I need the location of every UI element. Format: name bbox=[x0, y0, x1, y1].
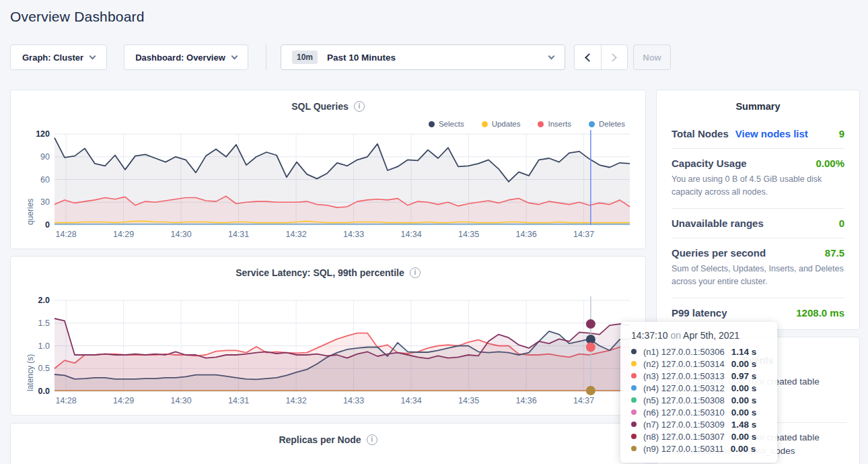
svg-text:14:37: 14:37 bbox=[573, 396, 594, 405]
series-dot-icon bbox=[631, 422, 637, 427]
summary-row-p99: P99 latency 1208.0 ms bbox=[672, 307, 844, 319]
svg-text:14:31: 14:31 bbox=[228, 396, 249, 405]
svg-text:1.0: 1.0 bbox=[38, 341, 50, 351]
p99-latency-value: 1208.0 ms bbox=[796, 307, 844, 319]
qps-value: 87.5 bbox=[825, 247, 844, 259]
tooltip-row-n4: (n4) 127.0.0.1:503120.00 s bbox=[631, 382, 769, 394]
chevron-down-icon bbox=[89, 53, 96, 59]
summary-panel: Summary Total Nodes View nodes list 9 Ca… bbox=[656, 90, 860, 330]
series-dot-icon bbox=[631, 446, 637, 451]
time-step-buttons bbox=[574, 44, 628, 70]
series-dot-icon bbox=[631, 434, 637, 439]
svg-text:14:34: 14:34 bbox=[400, 396, 421, 405]
svg-text:14:31: 14:31 bbox=[228, 230, 249, 239]
toolbar-divider bbox=[266, 44, 266, 70]
chevron-right-icon bbox=[608, 53, 617, 62]
sql-queries-plot[interactable]: 14:2814:2914:3014:3114:3214:3314:3414:35… bbox=[20, 125, 640, 241]
series-dot-icon bbox=[631, 409, 637, 415]
capacity-usage-desc: You are using 0 B of 4.5 GiB usable disk… bbox=[672, 173, 844, 199]
tooltip-row-n9: (n9) 127.0.0.1:503110.00 s bbox=[631, 442, 769, 455]
series-dot-icon bbox=[631, 349, 637, 354]
svg-text:14:30: 14:30 bbox=[170, 230, 191, 239]
summary-row-capacity: Capacity Usage 0.00% bbox=[672, 158, 844, 169]
series-dot-icon bbox=[631, 385, 637, 391]
divider bbox=[672, 148, 844, 149]
svg-text:14:35: 14:35 bbox=[458, 396, 479, 405]
dashboard-dropdown[interactable]: Dashboard: Overview bbox=[124, 44, 248, 70]
sql-queries-title: SQL Queries bbox=[291, 101, 349, 112]
time-range-badge: 10m bbox=[292, 51, 318, 64]
view-nodes-list-link[interactable]: View nodes list bbox=[735, 128, 808, 139]
chevron-left-icon bbox=[585, 53, 593, 62]
graph-dropdown[interactable]: Graph: Cluster bbox=[10, 44, 107, 70]
svg-text:60: 60 bbox=[40, 175, 50, 185]
service-latency-plot[interactable]: 14:2814:2914:3014:3114:3214:3314:3414:35… bbox=[20, 292, 640, 407]
time-range-label: Past 10 Minutes bbox=[327, 53, 396, 63]
svg-text:2.0: 2.0 bbox=[38, 296, 50, 305]
tooltip-row-n6: (n6) 127.0.0.1:503100.00 s bbox=[631, 406, 769, 418]
svg-text:0.0: 0.0 bbox=[38, 387, 50, 396]
svg-text:14:32: 14:32 bbox=[285, 230, 306, 239]
replicas-per-node-title: Replicas per Node bbox=[279, 434, 361, 445]
page-title: Overview Dashboard bbox=[10, 9, 145, 25]
svg-text:14:30: 14:30 bbox=[170, 396, 191, 405]
svg-text:14:33: 14:33 bbox=[343, 230, 364, 239]
series-dot-icon bbox=[631, 361, 637, 366]
replicas-per-node-card: Replicas per Node i bbox=[10, 423, 646, 464]
qps-desc: Sum of Selects, Updates, Inserts, and De… bbox=[672, 263, 844, 289]
tooltip-row-n2: (n2) 127.0.0.1:503140.00 s bbox=[631, 358, 769, 370]
svg-text:0: 0 bbox=[45, 220, 50, 230]
chart-hover-tooltip: 14:37:10 on Apr 5th, 2021 (n1) 127.0.0.1… bbox=[620, 322, 777, 463]
divider bbox=[672, 298, 844, 298]
svg-text:30: 30 bbox=[40, 197, 50, 207]
svg-text:14:32: 14:32 bbox=[285, 396, 306, 405]
svg-text:14:33: 14:33 bbox=[343, 396, 364, 405]
tooltip-row-n8: (n8) 127.0.0.1:503070.00 s bbox=[631, 430, 769, 442]
svg-text:14:29: 14:29 bbox=[113, 230, 134, 239]
summary-row-qps: Queries per second 87.5 bbox=[672, 247, 844, 259]
total-nodes-value: 9 bbox=[839, 128, 844, 139]
time-range-picker[interactable]: 10m Past 10 Minutes bbox=[281, 44, 565, 70]
svg-text:14:29: 14:29 bbox=[113, 396, 134, 405]
tooltip-timestamp: 14:37:10 on Apr 5th, 2021 bbox=[631, 330, 769, 341]
capacity-usage-value: 0.00% bbox=[816, 158, 844, 169]
svg-text:14:35: 14:35 bbox=[458, 230, 479, 239]
divider bbox=[672, 238, 844, 238]
sql-queries-card: SQL Queries i Selects Updates Inserts De… bbox=[10, 90, 646, 249]
dashboard-dropdown-label: Dashboard: Overview bbox=[135, 53, 225, 63]
service-latency-title: Service Latency: SQL, 99th percentile bbox=[236, 267, 404, 278]
svg-text:14:28: 14:28 bbox=[55, 230, 76, 239]
svg-text:120: 120 bbox=[36, 129, 50, 139]
service-latency-card: Service Latency: SQL, 99th percentile i … bbox=[10, 256, 646, 416]
divider bbox=[672, 208, 844, 209]
next-range-button[interactable] bbox=[601, 45, 628, 69]
svg-text:90: 90 bbox=[40, 152, 50, 162]
tooltip-row-n3: (n3) 127.0.0.1:503130.97 s bbox=[631, 370, 769, 382]
info-circle-icon[interactable]: i bbox=[367, 434, 377, 445]
svg-text:14:34: 14:34 bbox=[400, 230, 421, 239]
svg-text:14:36: 14:36 bbox=[515, 230, 536, 239]
summary-row-unavailable-ranges: Unavailable ranges 0 bbox=[672, 218, 844, 229]
summary-title: Summary bbox=[672, 101, 844, 112]
unavailable-ranges-value: 0 bbox=[839, 218, 844, 229]
tooltip-row-n1: (n1) 127.0.0.1:503061.14 s bbox=[631, 345, 769, 358]
now-button[interactable]: Now bbox=[633, 44, 671, 70]
graph-dropdown-label: Graph: Cluster bbox=[22, 53, 83, 63]
chevron-down-icon bbox=[231, 53, 238, 59]
info-circle-icon[interactable]: i bbox=[410, 267, 421, 278]
svg-text:0.5: 0.5 bbox=[38, 364, 50, 373]
svg-text:14:28: 14:28 bbox=[55, 396, 76, 405]
series-dot-icon bbox=[631, 397, 637, 403]
summary-row-total-nodes: Total Nodes View nodes list 9 bbox=[672, 128, 844, 139]
now-button-label: Now bbox=[643, 53, 661, 63]
series-dot-icon bbox=[631, 373, 637, 378]
info-circle-icon[interactable]: i bbox=[354, 101, 365, 112]
svg-text:14:36: 14:36 bbox=[515, 396, 536, 405]
svg-text:1.5: 1.5 bbox=[38, 319, 50, 328]
tooltip-row-n5: (n5) 127.0.0.1:503080.00 s bbox=[631, 394, 769, 406]
svg-text:14:37: 14:37 bbox=[573, 230, 594, 239]
chevron-down-icon bbox=[548, 53, 555, 59]
prev-range-button[interactable] bbox=[575, 45, 601, 69]
tooltip-row-n7: (n7) 127.0.0.1:503091.48 s bbox=[631, 418, 769, 430]
